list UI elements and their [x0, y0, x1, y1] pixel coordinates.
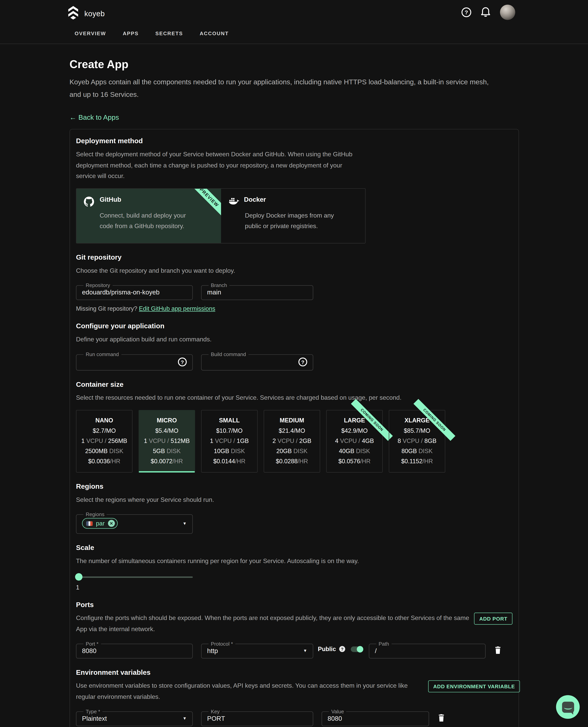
env-type-field[interactable]: Type * Plaintext▼ — [76, 709, 193, 726]
nav-item-account[interactable]: ACCOUNT — [200, 31, 229, 36]
size-price: $85.7/MO — [389, 427, 445, 434]
nav-item-apps[interactable]: APPS — [123, 31, 139, 36]
path-input[interactable] — [375, 647, 480, 656]
nav-item-overview[interactable]: OVERVIEW — [75, 31, 106, 36]
chat-bubble-icon — [562, 701, 574, 712]
brand[interactable]: koyeb — [68, 6, 105, 22]
protocol-field[interactable]: Protocol * http▼ — [201, 641, 313, 659]
region-chip-par[interactable]: par ✕ — [82, 518, 118, 529]
build-command-help-icon[interactable]: ? — [298, 358, 307, 366]
top-icons: ? — [462, 5, 515, 20]
remove-region-icon[interactable]: ✕ — [108, 520, 115, 527]
size-card-small[interactable]: SMALL $10.7/MO 1 VCPU / 1GB 10GB DISK $0… — [201, 410, 258, 472]
public-toggle[interactable] — [351, 646, 362, 652]
build-command-input[interactable] — [207, 358, 295, 366]
env-value-label: Value — [329, 709, 346, 714]
top-bar: koyeb ? OVERVIEW APPS SECRETS ACCOUNT — [0, 0, 588, 44]
github-icon — [84, 197, 94, 207]
protocol-value: http — [207, 647, 218, 654]
run-command-help-icon[interactable]: ? — [178, 358, 187, 366]
size-rate: $0.0288/HR — [264, 458, 320, 465]
deployment-card-description: Connect, build and deploy your code from… — [100, 210, 197, 232]
france-flag-icon — [86, 521, 93, 526]
protocol-label: Protocol * — [209, 641, 235, 646]
add-port-button[interactable]: ADD PORT — [474, 612, 512, 625]
bell-icon[interactable] — [481, 6, 490, 18]
public-group: Public ? — [318, 646, 362, 653]
slider-thumb[interactable] — [75, 573, 83, 581]
size-name: MEDIUM — [264, 417, 320, 424]
koyeb-create-app-page: koyeb ? OVERVIEW APPS SECRETS ACCOUNT Cr… — [0, 0, 588, 727]
size-price: $5.4/MO — [139, 427, 194, 434]
repository-input[interactable] — [82, 288, 187, 297]
toggle-knob — [357, 646, 363, 652]
size-disk: 20GB DISK — [264, 447, 320, 455]
chevron-down-icon[interactable]: ▼ — [183, 716, 187, 721]
delete-env-var-button[interactable] — [438, 714, 444, 723]
environment-variables-section: Environment variables Use environment va… — [76, 668, 512, 727]
path-field: Path — [369, 641, 486, 659]
size-cpu-ram: 1 VCPU / 512MB — [139, 437, 194, 444]
run-command-input[interactable] — [82, 358, 174, 366]
size-card-nano[interactable]: NANO $2.7/MO 1 VCPU / 256MB 2500MB DISK … — [76, 410, 132, 472]
deployment-card-github[interactable]: GitHub Connect, build and deploy your co… — [77, 188, 221, 243]
section-title: Git repository — [76, 253, 512, 261]
size-cpu-ram: 1 VCPU / 1GB — [202, 437, 257, 444]
section-description: Define your application build and run co… — [76, 334, 512, 345]
port-row: Port * Protocol * http▼ Public ? Path — [76, 641, 512, 659]
size-disk: 40GB DISK — [327, 447, 382, 455]
size-card-micro[interactable]: MICRO $5.4/MO 1 VCPU / 512MB 5GB DISK $0… — [139, 410, 195, 472]
size-price: $21.4/MO — [264, 427, 320, 434]
slider-track[interactable] — [76, 577, 193, 578]
back-to-apps-link[interactable]: ← Back to Apps — [69, 113, 119, 121]
regions-label: Regions — [83, 511, 107, 517]
delete-port-button[interactable] — [495, 647, 501, 655]
size-disk: 2500MB DISK — [77, 447, 132, 455]
chevron-down-icon[interactable]: ▼ — [183, 521, 187, 526]
page-description: Koyeb Apps contain all the components ne… — [69, 76, 500, 101]
run-command-label: Run command — [83, 351, 121, 357]
missing-repo-hint: Missing Git repository? Edit GitHub app … — [76, 305, 512, 312]
size-card-medium[interactable]: MEDIUM $21.4/MO 2 VCPU / 2GB 20GB DISK $… — [264, 410, 320, 472]
avatar[interactable] — [500, 5, 515, 20]
ports-section: Ports Configure the ports which should b… — [76, 601, 512, 659]
scale-slider[interactable] — [76, 573, 193, 581]
branch-input[interactable] — [207, 288, 307, 297]
public-help-icon[interactable]: ? — [339, 646, 345, 652]
chevron-down-icon[interactable]: ▼ — [303, 648, 307, 653]
build-command-field: Build command ? — [201, 351, 313, 370]
size-rate: $0.0576/HR — [327, 458, 382, 465]
container-size-cards: NANO $2.7/MO 1 VCPU / 256MB 2500MB DISK … — [76, 410, 512, 472]
add-environment-variable-button[interactable]: ADD ENVIRONMENT VARIABLE — [428, 681, 520, 692]
section-description: Select the resources needed to run one c… — [76, 392, 512, 403]
section-title: Deployment method — [76, 137, 512, 145]
regions-field[interactable]: Regions par ✕ ▼ — [76, 511, 193, 534]
docker-icon — [228, 197, 238, 207]
env-key-label: Key — [209, 709, 222, 714]
size-card-xlarge: XLARGE $85.7/MO 8 VCPU / 8GB 80GB DISK $… — [389, 410, 445, 472]
configure-application-section: Configure your application Define your a… — [76, 322, 512, 370]
section-title: Container size — [76, 380, 512, 388]
branch-field: Branch — [201, 283, 313, 300]
deployment-cards: GitHub Connect, build and deploy your co… — [76, 188, 366, 243]
size-price: $10.7/MO — [202, 427, 257, 434]
env-value-input[interactable] — [328, 714, 423, 724]
env-type-value: Plaintext — [82, 715, 107, 722]
run-command-field: Run command ? — [76, 351, 193, 370]
page-title: Create App — [69, 58, 519, 71]
git-repository-section: Git repository Choose the Git repository… — [76, 253, 512, 312]
env-key-field: Key — [201, 709, 313, 726]
chat-launcher-button[interactable] — [556, 695, 580, 719]
deployment-card-docker[interactable]: Docker Deploy Docker images from any pub… — [221, 188, 365, 243]
size-rate: $0.0036/HR — [77, 458, 132, 465]
port-input[interactable] — [82, 647, 187, 656]
help-icon[interactable]: ? — [462, 7, 471, 17]
repository-label: Repository — [83, 283, 112, 288]
env-key-input[interactable] — [207, 714, 307, 724]
nav-item-secrets[interactable]: SECRETS — [155, 31, 183, 36]
edit-github-permissions-link[interactable]: Edit GitHub app permissions — [139, 305, 215, 312]
size-price: $42.9/MO — [327, 427, 382, 434]
repository-field: Repository — [76, 283, 193, 300]
path-label: Path — [376, 641, 391, 646]
size-cpu-ram: 1 VCPU / 256MB — [77, 437, 132, 444]
